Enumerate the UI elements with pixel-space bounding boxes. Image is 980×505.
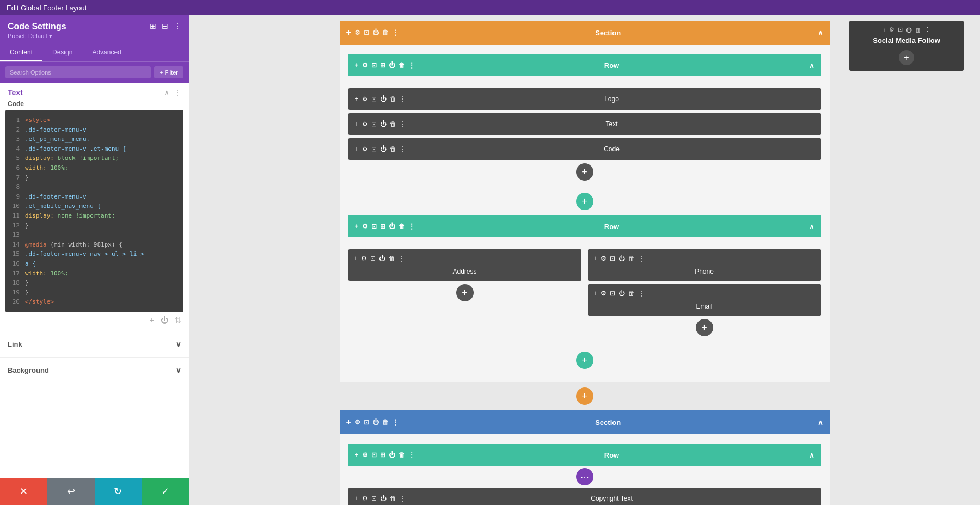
- purple-dots-indicator[interactable]: ⋯: [348, 468, 821, 485]
- copy-trash[interactable]: 🗑: [390, 495, 396, 502]
- email-power[interactable]: ⏻: [618, 290, 625, 297]
- row3-trash[interactable]: 🗑: [399, 451, 405, 459]
- social-copy-icon[interactable]: ⊡: [898, 26, 903, 33]
- purple-dots-circle[interactable]: ⋯: [576, 468, 593, 485]
- between-sections-add[interactable]: +: [576, 385, 593, 407]
- row-3-collapse[interactable]: ∧: [809, 451, 814, 459]
- row3-power[interactable]: ⏻: [389, 451, 395, 459]
- social-power-icon[interactable]: ⏻: [906, 27, 912, 33]
- search-input[interactable]: [5, 66, 151, 78]
- row2-copy[interactable]: ⊡: [371, 223, 377, 230]
- phone-trash[interactable]: 🗑: [628, 255, 635, 262]
- row3-more[interactable]: ⋮: [408, 451, 415, 459]
- section-2-collapse[interactable]: ∧: [818, 418, 823, 427]
- section-1-collapse[interactable]: ∧: [818, 29, 823, 37]
- section2-trash[interactable]: 🗑: [382, 418, 389, 426]
- filter-button[interactable]: + Filter: [154, 66, 183, 78]
- row1-add[interactable]: +: [355, 61, 359, 69]
- section-1-add[interactable]: +: [346, 28, 351, 38]
- addr-copy[interactable]: ⊡: [370, 255, 376, 262]
- section2-gear[interactable]: ⚙: [354, 418, 360, 426]
- phone-gear[interactable]: ⚙: [601, 255, 607, 262]
- email-copy[interactable]: ⊡: [610, 290, 615, 297]
- section-1-copy[interactable]: ⊡: [364, 29, 369, 36]
- row3-grid[interactable]: ⊞: [380, 451, 385, 459]
- email-gear[interactable]: ⚙: [601, 290, 607, 297]
- more-options-icon[interactable]: ⋮: [174, 88, 181, 97]
- text-power[interactable]: ⏻: [380, 120, 387, 128]
- row2-grid[interactable]: ⊞: [380, 223, 385, 230]
- panel-icon-columns[interactable]: ⊟: [162, 22, 168, 30]
- code-more[interactable]: ⋮: [400, 145, 406, 153]
- row1-more[interactable]: ⋮: [408, 61, 415, 69]
- section2-more[interactable]: ⋮: [392, 418, 399, 426]
- row1-gear[interactable]: ⚙: [362, 61, 368, 69]
- section2-add[interactable]: +: [346, 417, 351, 427]
- text-copy[interactable]: ⊡: [371, 120, 377, 128]
- code-sort-icon[interactable]: ⇅: [175, 316, 181, 324]
- section-1-trash[interactable]: 🗑: [382, 29, 389, 36]
- email-more[interactable]: ⋮: [638, 290, 645, 297]
- row2-power[interactable]: ⏻: [389, 223, 395, 230]
- text-add[interactable]: +: [355, 120, 359, 128]
- code-trash[interactable]: 🗑: [390, 145, 396, 153]
- col2-add-circle[interactable]: +: [696, 319, 713, 336]
- section-1-gear[interactable]: ⚙: [354, 29, 360, 36]
- add-section-circle[interactable]: +: [576, 387, 593, 405]
- row3-gear[interactable]: ⚙: [362, 451, 368, 459]
- chevron-up-icon[interactable]: ∧: [164, 88, 169, 97]
- social-more-icon[interactable]: ⋮: [924, 26, 930, 33]
- social-trash-icon[interactable]: 🗑: [915, 27, 921, 33]
- addr-power[interactable]: ⏻: [379, 255, 385, 262]
- text-more[interactable]: ⋮: [400, 120, 406, 128]
- code-power-icon[interactable]: ⏻: [161, 316, 168, 324]
- copy-copy[interactable]: ⊡: [371, 495, 377, 502]
- addr-gear[interactable]: ⚙: [361, 255, 367, 262]
- row2-add[interactable]: +: [355, 223, 359, 230]
- social-box-add-circle[interactable]: +: [856, 50, 957, 65]
- row1-add-row-circle[interactable]: +: [576, 193, 593, 210]
- copy-power[interactable]: ⏻: [380, 495, 387, 502]
- copy-more[interactable]: ⋮: [400, 495, 406, 502]
- row2-trash[interactable]: 🗑: [399, 223, 405, 230]
- logo-power[interactable]: ⏻: [380, 95, 387, 103]
- section2-copy[interactable]: ⊡: [364, 418, 369, 426]
- phone-power[interactable]: ⏻: [618, 255, 625, 262]
- section-1-power[interactable]: ⏻: [372, 29, 379, 36]
- row2-add-row-circle[interactable]: +: [576, 352, 593, 369]
- undo-button[interactable]: ↩: [47, 478, 95, 505]
- row1-power[interactable]: ⏻: [389, 61, 395, 69]
- panel-preset[interactable]: Preset: Default ▾: [8, 33, 66, 40]
- row2-gear[interactable]: ⚙: [362, 223, 368, 230]
- addr-add[interactable]: +: [354, 255, 358, 262]
- logo-add[interactable]: +: [355, 95, 359, 103]
- social-gear-icon[interactable]: ⚙: [889, 26, 895, 33]
- phone-copy[interactable]: ⊡: [610, 255, 615, 262]
- logo-gear[interactable]: ⚙: [362, 95, 368, 103]
- tab-advanced[interactable]: Advanced: [82, 44, 131, 61]
- phone-more[interactable]: ⋮: [638, 255, 645, 262]
- logo-more[interactable]: ⋮: [400, 95, 406, 103]
- row2-more[interactable]: ⋮: [408, 223, 415, 230]
- panel-icon-more[interactable]: ⋮: [174, 22, 181, 30]
- row1-grid[interactable]: ⊞: [380, 61, 385, 69]
- code-copy[interactable]: ⊡: [371, 145, 377, 153]
- logo-trash[interactable]: 🗑: [390, 95, 396, 103]
- tab-design[interactable]: Design: [42, 44, 82, 61]
- copy-gear[interactable]: ⚙: [362, 495, 368, 502]
- code-add[interactable]: +: [355, 145, 359, 153]
- social-add-icon[interactable]: +: [883, 27, 886, 33]
- save-button[interactable]: ✓: [142, 478, 189, 505]
- email-add[interactable]: +: [593, 290, 597, 297]
- row3-copy[interactable]: ⊡: [371, 451, 377, 459]
- row1-copy[interactable]: ⊡: [371, 61, 377, 69]
- addr-more[interactable]: ⋮: [399, 255, 405, 262]
- addr-trash[interactable]: 🗑: [389, 255, 395, 262]
- code-editor[interactable]: 1<style> 2 .dd-footer-menu-v 3 .et_pb_me…: [5, 110, 183, 312]
- row-2-collapse[interactable]: ∧: [809, 223, 814, 231]
- row-1-collapse[interactable]: ∧: [809, 61, 814, 70]
- copy-add[interactable]: +: [355, 495, 359, 502]
- background-section[interactable]: Background ∨: [0, 361, 189, 380]
- cancel-button[interactable]: ✕: [0, 478, 47, 505]
- row3-add[interactable]: +: [355, 451, 359, 459]
